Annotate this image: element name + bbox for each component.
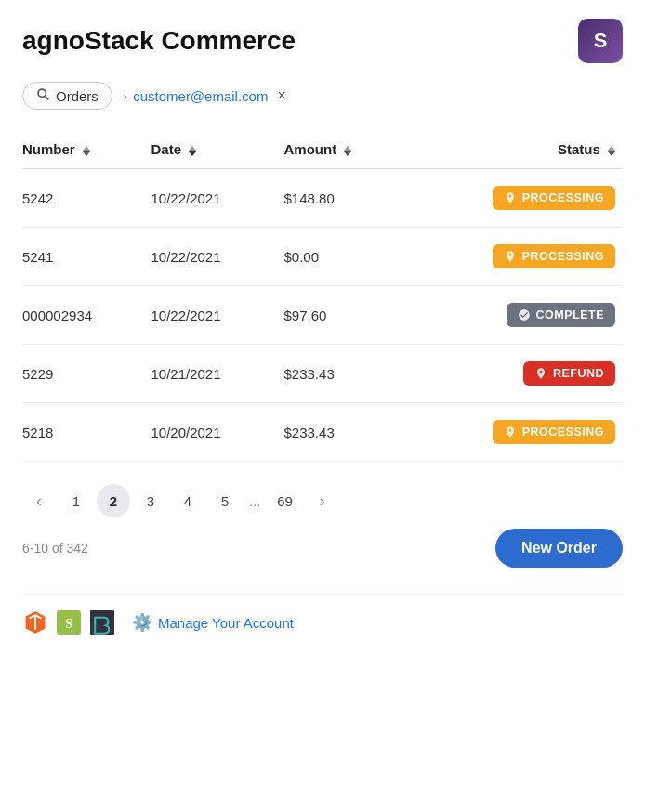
table-header-row: Number Date Amount — [22, 132, 623, 169]
cell-number: 5229 — [22, 345, 143, 403]
page-1-button[interactable]: 1 — [59, 484, 93, 517]
search-orders-pill[interactable]: Orders — [22, 82, 112, 110]
prev-page-button[interactable]: ‹ — [22, 484, 56, 517]
page-5-button[interactable]: 5 — [208, 484, 242, 517]
table-row[interactable]: 00000293410/22/2021$97.60COMPLETE — [22, 286, 623, 345]
status-label: PROCESSING — [522, 426, 604, 439]
cell-number: 5241 — [22, 228, 143, 286]
col-number[interactable]: Number — [22, 132, 143, 169]
pagination-ellipsis: ... — [245, 493, 265, 509]
cell-status: REFUND — [406, 345, 623, 403]
sort-amount-icon — [344, 146, 351, 156]
chevron-icon: › — [124, 89, 127, 103]
cell-status: PROCESSING — [406, 403, 623, 462]
new-order-button[interactable]: New Order — [495, 529, 623, 568]
cell-number: 5242 — [22, 169, 143, 228]
sort-date-icon — [189, 146, 196, 156]
page-3-button[interactable]: 3 — [134, 484, 167, 517]
status-badge: PROCESSING — [493, 244, 615, 268]
cell-status: COMPLETE — [406, 286, 623, 345]
platform-icons: S — [22, 609, 115, 635]
cell-status: PROCESSING — [406, 169, 623, 228]
cell-amount: $233.43 — [277, 403, 406, 462]
status-badge: PROCESSING — [493, 186, 615, 210]
bigcommerce-icon — [89, 609, 115, 635]
page-4-button[interactable]: 4 — [171, 484, 204, 517]
cell-number: 5218 — [22, 403, 143, 462]
bottom-bar: S ⚙️ Manage Your Account — [22, 594, 623, 635]
cell-date: 10/22/2021 — [143, 228, 276, 286]
status-badge: PROCESSING — [493, 420, 615, 444]
gear-icon: ⚙️ — [132, 612, 152, 633]
header: agnoStack Commerce S — [22, 19, 623, 63]
svg-line-1 — [46, 97, 49, 100]
next-page-button[interactable]: › — [306, 484, 339, 517]
cell-amount: $148.80 — [277, 169, 406, 228]
status-badge: REFUND — [523, 361, 615, 386]
customer-filter[interactable]: › customer@email.com × — [124, 87, 286, 104]
manage-label: Manage Your Account — [158, 615, 294, 631]
cell-amount: $0.00 — [277, 228, 406, 286]
page-69-button[interactable]: 69 — [269, 484, 302, 517]
table-row[interactable]: 524210/22/2021$148.80PROCESSING — [22, 169, 623, 228]
filter-bar: Orders › customer@email.com × — [22, 82, 623, 110]
svg-rect-9 — [90, 610, 114, 635]
customer-email: customer@email.com — [133, 88, 268, 104]
close-filter-icon[interactable]: × — [277, 87, 285, 104]
sort-status-icon — [608, 146, 615, 156]
col-date[interactable]: Date — [143, 132, 276, 169]
svg-text:S: S — [65, 617, 72, 631]
cell-date: 10/22/2021 — [143, 286, 276, 345]
cell-date: 10/21/2021 — [143, 345, 276, 403]
status-label: PROCESSING — [522, 191, 604, 204]
search-icon — [36, 87, 50, 104]
manage-account-link[interactable]: ⚙️ Manage Your Account — [132, 612, 294, 633]
sort-number-icon — [83, 146, 90, 156]
cell-date: 10/22/2021 — [143, 169, 276, 228]
table-row[interactable]: 521810/20/2021$233.43PROCESSING — [22, 403, 623, 462]
table-row[interactable]: 522910/21/2021$233.43REFUND — [22, 345, 623, 403]
table-row[interactable]: 524110/22/2021$0.00PROCESSING — [22, 228, 623, 286]
magento-icon — [22, 609, 48, 635]
footer-row: 6-10 of 342 New Order — [22, 529, 623, 568]
cell-date: 10/20/2021 — [143, 403, 276, 462]
svg-point-0 — [38, 89, 46, 97]
app-title: agnoStack Commerce — [22, 26, 296, 56]
avatar: S — [578, 19, 623, 63]
cell-amount: $233.43 — [277, 345, 406, 403]
status-label: COMPLETE — [536, 308, 604, 321]
app-container: agnoStack Commerce S Orders › customer@e… — [0, 0, 645, 812]
col-status[interactable]: Status — [406, 132, 623, 169]
record-count: 6-10 of 342 — [22, 541, 88, 556]
search-label: Orders — [56, 88, 99, 104]
pagination: ‹ 1 2 3 4 5 ... 69 › — [22, 484, 623, 517]
cell-number: 000002934 — [22, 286, 143, 345]
col-amount[interactable]: Amount — [277, 132, 406, 169]
orders-table: Number Date Amount — [22, 132, 623, 462]
cell-status: PROCESSING — [406, 228, 623, 286]
status-badge: COMPLETE — [507, 303, 615, 327]
shopify-icon: S — [56, 609, 82, 635]
page-2-button[interactable]: 2 — [97, 484, 130, 517]
status-label: PROCESSING — [522, 250, 604, 263]
cell-amount: $97.60 — [277, 286, 406, 345]
status-label: REFUND — [553, 367, 604, 380]
